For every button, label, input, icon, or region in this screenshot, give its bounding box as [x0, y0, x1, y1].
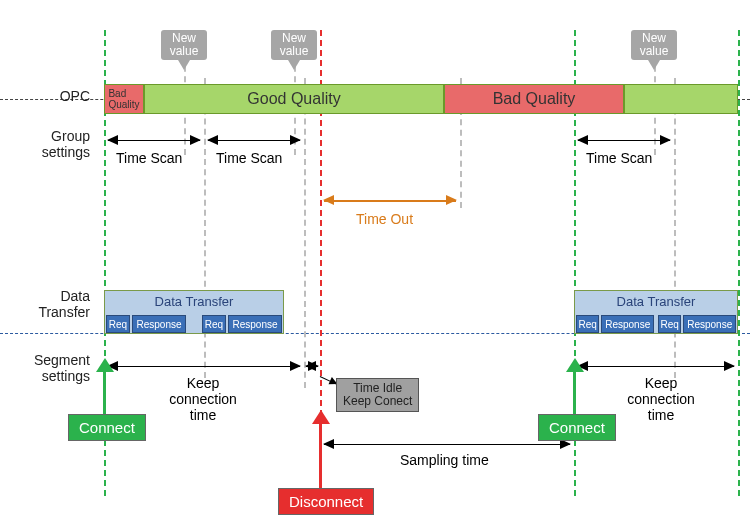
- opc-seg-good-2: [624, 84, 738, 114]
- dt-panel-2: Data Transfer Req Response Req Response: [574, 290, 738, 334]
- span-timescan-2-label: Time Scan: [216, 150, 282, 166]
- span-timeout-label: Time Out: [356, 211, 413, 227]
- dt-title: Data Transfer: [575, 294, 737, 309]
- callout-text: New value: [271, 30, 317, 60]
- diagram-canvas: OPC Group settings Data Transfer Segment…: [0, 0, 750, 526]
- dt-req: Req: [576, 315, 599, 333]
- idle-leader: [320, 376, 337, 385]
- label-opc: OPC: [0, 88, 90, 104]
- dt-title: Data Transfer: [105, 294, 283, 309]
- label-segment: Segment settings: [0, 352, 90, 384]
- span-keepconn-1-label: Keep connection time: [158, 375, 248, 423]
- label-data: Data Transfer: [0, 288, 90, 320]
- opc-seg-bad-2: Bad Quality: [444, 84, 624, 114]
- badge-disconnect: Disconnect: [278, 488, 374, 515]
- dt-req: Req: [202, 315, 226, 333]
- span-idle: [306, 366, 318, 367]
- arrow-connect-2: [573, 370, 576, 415]
- span-keepconn-2: [578, 366, 734, 367]
- callout-new-value-2: New value: [271, 30, 317, 70]
- callout-new-value-3: New value: [631, 30, 677, 70]
- badge-connect-1: Connect: [68, 414, 146, 441]
- span-timescan-1-label: Time Scan: [116, 150, 182, 166]
- dt-resp: Response: [683, 315, 736, 333]
- span-keepconn-1: [108, 366, 300, 367]
- dt-req: Req: [106, 315, 130, 333]
- idle-box: Time Idle Keep Conect: [336, 378, 419, 412]
- opc-seg-good-1: Good Quality: [144, 84, 444, 114]
- span-timescan-1: [108, 140, 200, 141]
- dt-cells: Req Response Req Response: [575, 315, 737, 333]
- callout-text: New value: [161, 30, 207, 60]
- dt-resp: Response: [228, 315, 282, 333]
- dt-req: Req: [658, 315, 681, 333]
- dt-panel-1: Data Transfer Req Response Req Response: [104, 290, 284, 334]
- dt-resp: Response: [601, 315, 654, 333]
- arrow-connect-1: [103, 370, 106, 415]
- span-timescan-2: [208, 140, 300, 141]
- span-keepconn-2-label: Keep connection time: [616, 375, 706, 423]
- opc-seg-bad-1: Bad Quality: [104, 84, 144, 114]
- callout-text: New value: [631, 30, 677, 60]
- callout-new-value-1: New value: [161, 30, 207, 70]
- span-sampling: [324, 444, 570, 445]
- span-timeout: [324, 200, 456, 202]
- badge-connect-2: Connect: [538, 414, 616, 441]
- label-group: Group settings: [0, 128, 90, 160]
- arrow-disconnect: [319, 422, 322, 488]
- span-timescan-3-label: Time Scan: [586, 150, 652, 166]
- span-timescan-3: [578, 140, 670, 141]
- dt-resp: Response: [132, 315, 186, 333]
- dt-cells: Req Response Req Response: [105, 315, 283, 333]
- span-sampling-label: Sampling time: [400, 452, 489, 468]
